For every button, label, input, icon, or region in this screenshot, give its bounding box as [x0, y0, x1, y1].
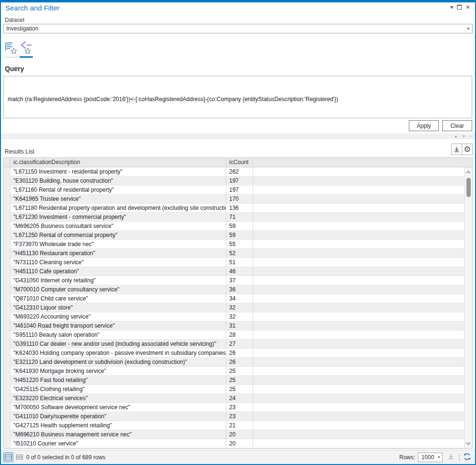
table-row[interactable]: "L671180 Residential property operation …	[4, 204, 464, 213]
table-header: ic.classificationDescription icCount	[4, 158, 472, 167]
search-filter-tabs	[3, 40, 33, 61]
row-selector[interactable]	[4, 167, 10, 176]
scrollbar-thumb[interactable]	[466, 178, 471, 197]
row-selector[interactable]	[4, 186, 10, 195]
row-selector[interactable]	[4, 394, 10, 403]
row-selector[interactable]	[4, 303, 10, 312]
expand-up-icon[interactable]: ▲	[454, 134, 457, 139]
row-selector[interactable]	[4, 358, 10, 367]
table-row[interactable]: "M696205 Business consultant service"59	[4, 222, 464, 231]
row-selector[interactable]	[4, 349, 10, 358]
table-row[interactable]: "L671150 Investment - residential proper…	[4, 167, 464, 176]
row-selector[interactable]	[4, 403, 10, 412]
table-view-button[interactable]	[3, 452, 13, 462]
table-row[interactable]: "L671160 Rental of residential property"…	[4, 186, 464, 195]
row-selector[interactable]	[4, 421, 10, 430]
table-row[interactable]: "H451110 Cafe operation"46	[4, 267, 464, 276]
table-row[interactable]: "H451130 Restaurant operation"52	[4, 249, 464, 258]
chevron-down-icon: ▾	[467, 26, 469, 31]
table-row[interactable]: "N731110 Cleaning service"51	[4, 258, 464, 267]
download-rows-button[interactable]	[447, 453, 455, 462]
table-row[interactable]: "G391110 Car dealer - new and/or used (i…	[4, 340, 464, 349]
row-selector[interactable]	[4, 367, 10, 376]
table-row[interactable]: "E301120 Building, house construction"19…	[4, 176, 464, 186]
cell-classification-description: "L671230 Investment - commercial propert…	[10, 213, 226, 222]
cell-filler	[253, 222, 464, 231]
row-selector[interactable]	[4, 195, 10, 204]
row-selector[interactable]	[4, 321, 10, 331]
table-row[interactable]: "G431050 Internet only retailing"37	[4, 276, 464, 285]
table-row[interactable]: "K641930 Mortgage broking service"25	[4, 367, 464, 376]
row-selector[interactable]	[4, 240, 10, 249]
row-selector[interactable]	[4, 312, 10, 321]
scroll-down-icon[interactable]	[465, 440, 472, 447]
table-row[interactable]: "M700010 Computer consultancy service"36	[4, 285, 464, 294]
row-selector[interactable]	[4, 285, 10, 294]
table-row[interactable]: "Q871010 Child care service"34	[4, 294, 464, 303]
tab-query[interactable]	[18, 40, 33, 61]
row-selector[interactable]	[4, 204, 10, 213]
table-row[interactable]: "K624030 Holding company operation - pas…	[4, 349, 464, 358]
table-row[interactable]: "G427125 Health supplement retailing"21	[4, 421, 464, 430]
cell-classification-description: "H451110 Cafe operation"	[10, 267, 226, 276]
row-selector[interactable]	[4, 231, 10, 240]
clear-button[interactable]: Clear	[442, 120, 472, 131]
cell-filler	[253, 412, 464, 421]
pane-menu-caret-icon[interactable]: ▾	[450, 4, 453, 10]
rows-count-dropdown[interactable]: 1000 ▾	[418, 453, 443, 462]
vertical-scrollbar[interactable]	[464, 167, 472, 448]
table-row[interactable]: "G412310 Liquor store"32	[4, 303, 464, 312]
row-selector[interactable]	[4, 176, 10, 186]
table-row[interactable]: "E323220 Electrical services"24	[4, 394, 464, 403]
table-row[interactable]: "M696210 Business management service nec…	[4, 430, 464, 439]
cell-iccount: 52	[226, 249, 253, 258]
table-row[interactable]: "L671230 Investment - commercial propert…	[4, 213, 464, 222]
row-selector[interactable]	[4, 385, 10, 394]
cell-iccount: 37	[226, 276, 253, 285]
float-pane-icon[interactable]	[457, 5, 462, 10]
tab-search-list[interactable]	[3, 40, 18, 61]
column-header-iccount[interactable]: icCount	[226, 158, 253, 167]
table-row[interactable]: "K641965 Trustee service"170	[4, 195, 464, 204]
export-results-button[interactable]	[451, 144, 462, 155]
table-row[interactable]: "I510210 Courier service"20	[4, 439, 464, 448]
row-selector[interactable]	[4, 213, 10, 222]
cell-iccount: 25	[226, 385, 253, 394]
column-header-description[interactable]: ic.classificationDescription	[10, 158, 226, 167]
table-row[interactable]: "E321120 Land development or subdivision…	[4, 358, 464, 367]
table-row[interactable]: "I461040 Road freight transport service"…	[4, 321, 464, 331]
table-row[interactable]: "H451220 Fast food retailing"25	[4, 376, 464, 385]
attribute-table-icon[interactable]	[16, 455, 23, 460]
splitter-bar[interactable]: ▲ ▼ ⁞	[1, 134, 475, 139]
row-selector[interactable]	[4, 331, 10, 340]
table-row[interactable]: "F373970 Wholesale trade nec"55	[4, 240, 464, 249]
row-selector[interactable]	[4, 258, 10, 267]
query-editor[interactable]: match (ra:RegisteredAddress {postCode:'2…	[3, 76, 472, 118]
row-selector[interactable]	[4, 340, 10, 349]
table-row[interactable]: "M700050 Software development service ne…	[4, 403, 464, 412]
results-settings-button[interactable]: ⚙	[462, 144, 473, 155]
row-selector[interactable]	[4, 294, 10, 303]
row-selector[interactable]	[4, 430, 10, 439]
cell-filler	[253, 340, 464, 349]
cell-filler	[253, 213, 464, 222]
row-selector[interactable]	[4, 267, 10, 276]
table-row[interactable]: "G411010 Dairy/superette operation"23	[4, 412, 464, 421]
row-selector[interactable]	[4, 376, 10, 385]
scroll-up-icon[interactable]	[465, 168, 472, 176]
row-selector[interactable]	[4, 439, 10, 448]
row-selector[interactable]	[4, 249, 10, 258]
apply-button[interactable]: Apply	[409, 120, 439, 131]
dataset-dropdown[interactable]: Investigation ▾	[3, 24, 473, 33]
table-row[interactable]: "L671250 Rental of commercial property"5…	[4, 231, 464, 240]
splitter-grip-icon[interactable]: ⁞	[470, 134, 471, 139]
table-row[interactable]: "M693220 Accounting service"32	[4, 312, 464, 321]
collapse-down-icon[interactable]: ▼	[462, 134, 466, 139]
table-row[interactable]: "G425115 Clothing retailing"25	[4, 385, 464, 394]
close-icon[interactable]: ✕	[466, 4, 470, 10]
row-selector[interactable]	[4, 222, 10, 231]
refresh-button[interactable]	[463, 453, 471, 462]
row-selector[interactable]	[4, 276, 10, 285]
row-selector[interactable]	[4, 412, 10, 421]
table-row[interactable]: "S951110 Beauty salon operation"28	[4, 331, 464, 340]
